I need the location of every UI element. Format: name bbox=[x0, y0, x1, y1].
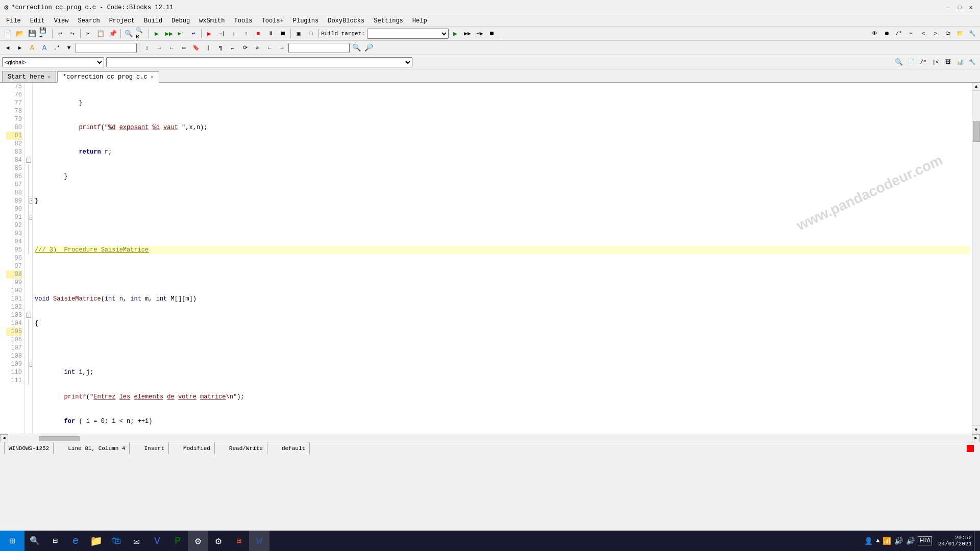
minimize-button[interactable]: — bbox=[943, 3, 953, 13]
uncomment[interactable]: ✂ bbox=[905, 28, 917, 39]
taskbar-settings[interactable]: ⚙ bbox=[208, 531, 229, 551]
build-target-run[interactable]: ▶ bbox=[450, 28, 461, 39]
taskbar-mail[interactable]: ✉ bbox=[127, 531, 147, 551]
close-button[interactable]: ✕ bbox=[966, 3, 976, 13]
wrap-toggle[interactable]: ↵ bbox=[227, 42, 238, 54]
taskbar-show-desktop[interactable] bbox=[974, 531, 976, 551]
fold-all[interactable]: < bbox=[918, 28, 929, 39]
redo-button[interactable]: ↪ bbox=[67, 28, 78, 39]
build-target-select[interactable] bbox=[367, 29, 449, 39]
rect-select[interactable]: ▭ bbox=[178, 42, 189, 54]
indent-btn[interactable]: → bbox=[154, 42, 165, 54]
sym-wrench[interactable]: 🔧 bbox=[967, 57, 978, 68]
start-button[interactable]: ⊞ bbox=[0, 531, 24, 551]
sym-doc[interactable]: 📄 bbox=[905, 57, 917, 68]
taskbar-wifi-icon[interactable]: 📶 bbox=[883, 537, 891, 545]
replace-button[interactable]: 🔍R bbox=[135, 28, 146, 39]
run-button[interactable]: ▶▶ bbox=[163, 28, 175, 39]
taskbar-codeblocks[interactable]: ⚙ bbox=[188, 531, 208, 551]
taskbar-vs-code[interactable]: V bbox=[147, 531, 167, 551]
search-next[interactable]: ▶ bbox=[14, 42, 26, 54]
wrench-btn[interactable]: 🔧 bbox=[967, 28, 978, 39]
scroll-right-arrow[interactable]: ▶ bbox=[972, 434, 980, 442]
maximize-editor-button[interactable]: □ bbox=[305, 28, 316, 39]
scroll-thumb-v[interactable] bbox=[973, 121, 980, 142]
unfold-all[interactable]: > bbox=[930, 28, 941, 39]
taskbar-show-hidden[interactable]: ▲ bbox=[876, 537, 879, 544]
jump-input[interactable] bbox=[288, 43, 350, 53]
tab-close-start[interactable]: ✕ bbox=[47, 74, 51, 80]
tab-close-correction[interactable]: ✕ bbox=[151, 74, 154, 80]
debug-next-button[interactable]: →| bbox=[216, 28, 227, 39]
match-case[interactable]: A bbox=[39, 42, 50, 54]
comment-block[interactable]: /* bbox=[893, 28, 904, 39]
menu-build[interactable]: Build bbox=[140, 16, 166, 26]
menu-project[interactable]: Project bbox=[105, 16, 139, 26]
menu-file[interactable]: File bbox=[2, 16, 25, 26]
diff-btn[interactable]: ≠ bbox=[252, 42, 263, 54]
menu-plugins[interactable]: Plugins bbox=[289, 16, 323, 26]
code-area[interactable]: } printf("%d exposant %d vaut ",x,n); re… bbox=[33, 83, 972, 434]
sym-next[interactable]: 📊 bbox=[954, 57, 966, 68]
files-panel[interactable]: 📁 bbox=[954, 28, 966, 39]
debug-pause-button[interactable]: ⏸ bbox=[265, 28, 276, 39]
window-button[interactable]: ▣ bbox=[293, 28, 304, 39]
menu-tools[interactable]: Tools bbox=[230, 16, 257, 26]
vertical-scrollbar[interactable]: ▲ ▼ bbox=[972, 83, 980, 434]
search-opt[interactable]: ▼ bbox=[63, 42, 75, 54]
debug-run-button[interactable]: ▶ bbox=[204, 28, 215, 39]
nav-back[interactable]: ← bbox=[264, 42, 275, 54]
undo-button[interactable]: ↩ bbox=[55, 28, 66, 39]
scroll-track-v[interactable] bbox=[972, 91, 981, 425]
taskbar-search-icon[interactable]: 🔍 bbox=[24, 531, 45, 551]
jump-go2[interactable]: 🔎 bbox=[363, 42, 374, 54]
sym-back[interactable]: |< bbox=[930, 57, 941, 68]
taskbar-task-view[interactable]: ⊟ bbox=[45, 531, 65, 551]
bookmark-toggle[interactable]: 🔖 bbox=[190, 42, 202, 54]
taskbar-clock[interactable]: 20:52 24/01/2021 bbox=[938, 535, 972, 547]
fold-84[interactable]: - bbox=[26, 158, 31, 163]
abort-build[interactable]: ⏹ bbox=[486, 28, 498, 39]
tab-start-here[interactable]: Start here ✕ bbox=[2, 71, 56, 82]
search-prev[interactable]: ◀ bbox=[2, 42, 13, 54]
global-scope-select[interactable]: <global> bbox=[2, 57, 104, 67]
menu-wxsmith[interactable]: wxSmith bbox=[195, 16, 229, 26]
taskbar-explorer[interactable]: 📁 bbox=[86, 531, 106, 551]
stop-button[interactable]: ↩ bbox=[188, 28, 199, 39]
sync-editor[interactable]: ⟳ bbox=[239, 42, 251, 54]
sym-find[interactable]: 🔍 bbox=[893, 57, 904, 68]
menu-settings[interactable]: Settings bbox=[370, 16, 407, 26]
taskbar-ie[interactable]: e bbox=[65, 531, 86, 551]
taskbar-store[interactable]: 🛍 bbox=[106, 531, 127, 551]
menu-doxyblocks[interactable]: DoxyBlocks bbox=[324, 16, 369, 26]
debug-step-button[interactable]: ↓ bbox=[228, 28, 239, 39]
taskbar-keyboard-icon[interactable]: FRA bbox=[918, 536, 932, 545]
sym-comment[interactable]: /* bbox=[918, 57, 929, 68]
menu-view[interactable]: View bbox=[50, 16, 73, 26]
find-button[interactable]: 🔍 bbox=[123, 28, 134, 39]
jump-to-line[interactable]: ↕ bbox=[141, 42, 153, 54]
debug-out-button[interactable]: ↑ bbox=[240, 28, 252, 39]
debug-breakpoints[interactable]: ⏺ bbox=[881, 28, 892, 39]
build-clean[interactable]: ↩▶ bbox=[474, 28, 485, 39]
open-button[interactable]: 📂 bbox=[14, 28, 26, 39]
horizontal-scrollbar[interactable]: ◀ ▶ bbox=[0, 434, 980, 442]
nav-forward[interactable]: → bbox=[276, 42, 287, 54]
scroll-thumb-h[interactable] bbox=[39, 436, 80, 441]
unindent-btn[interactable]: ← bbox=[166, 42, 177, 54]
taskbar-network-icon[interactable]: 👤 bbox=[864, 537, 873, 545]
menu-help[interactable]: Help bbox=[408, 16, 431, 26]
scroll-up-arrow[interactable]: ▲ bbox=[972, 83, 981, 91]
regex-btn[interactable]: .* bbox=[51, 42, 62, 54]
copy-button[interactable]: 📋 bbox=[95, 28, 106, 39]
search-input[interactable] bbox=[76, 43, 137, 53]
new-button[interactable]: 📄 bbox=[2, 28, 13, 39]
save-button[interactable]: 💾 bbox=[27, 28, 38, 39]
taskbar-speaker-icon[interactable]: 🔊 bbox=[906, 537, 915, 545]
menu-edit[interactable]: Edit bbox=[26, 16, 49, 26]
sym-prev[interactable]: 🖼 bbox=[942, 57, 953, 68]
cut-button[interactable]: ✂ bbox=[83, 28, 94, 39]
build-all[interactable]: ▶▶ bbox=[462, 28, 473, 39]
jump-go[interactable]: 🔍 bbox=[351, 42, 362, 54]
build-run-button[interactable]: ▶! bbox=[176, 28, 187, 39]
